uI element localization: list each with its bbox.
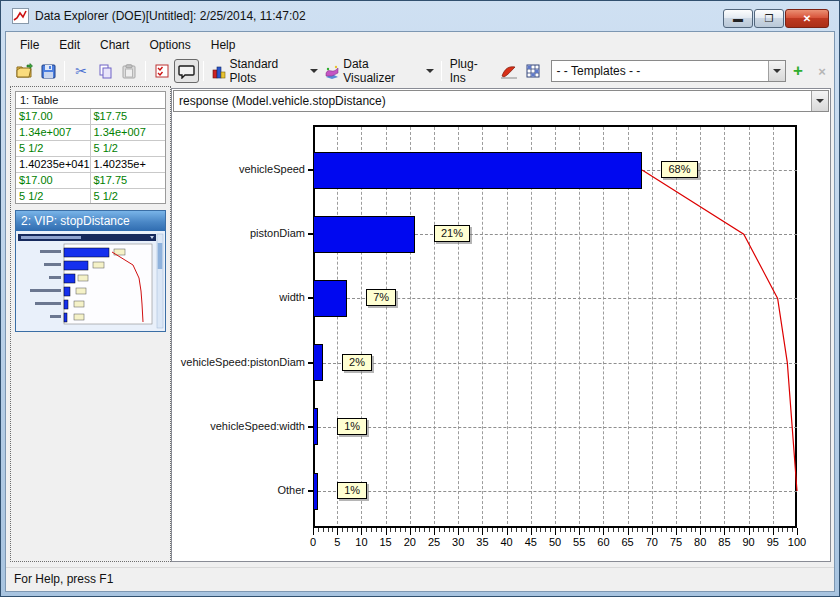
checklist-button[interactable] bbox=[150, 59, 174, 83]
annotation-button[interactable] bbox=[174, 59, 199, 83]
gridline bbox=[700, 127, 701, 524]
gridline bbox=[773, 127, 774, 524]
y-axis-tick bbox=[308, 297, 313, 299]
gridline bbox=[724, 127, 725, 524]
value-label: 2% bbox=[342, 354, 372, 371]
table-cell[interactable]: $17.00 bbox=[16, 173, 91, 188]
toolbar-separator bbox=[145, 61, 146, 81]
y-axis-tick bbox=[308, 362, 313, 364]
add-template-button[interactable]: + bbox=[786, 59, 810, 83]
table-cell[interactable]: 1.40235e+041 bbox=[16, 157, 91, 172]
table-cell[interactable]: 5 1/2 bbox=[16, 189, 91, 204]
vip-thumbnail[interactable] bbox=[16, 231, 165, 331]
minimize-button[interactable]: ▬ bbox=[723, 9, 753, 28]
table-row[interactable]: 5 1/25 1/2 bbox=[16, 189, 165, 204]
table-panel[interactable]: 1: Table $17.00$17.751.34e+0071.34e+0075… bbox=[15, 91, 166, 204]
speech-bubble-icon bbox=[178, 64, 195, 79]
open-folder-icon bbox=[16, 63, 33, 79]
table-row[interactable]: $17.00$17.75 bbox=[16, 173, 165, 189]
checklist-icon bbox=[155, 64, 169, 78]
category-label: vehicleSpeed:width bbox=[173, 420, 305, 432]
table-cell[interactable]: 5 1/2 bbox=[91, 189, 166, 204]
standard-plots-button[interactable]: Standard Plots bbox=[208, 59, 322, 83]
table-row[interactable]: 1.40235e+0411.40235e+ bbox=[16, 157, 165, 173]
menu-options[interactable]: Options bbox=[139, 35, 200, 55]
value-label: 7% bbox=[366, 289, 396, 306]
surface-plot-icon bbox=[324, 64, 340, 79]
window-title: Data Explorer (DOE)[Untitled]: 2/25/2014… bbox=[35, 9, 306, 23]
templates-value: - - Templates - - bbox=[552, 64, 768, 78]
close-button[interactable]: ✕ bbox=[785, 9, 829, 28]
cut-button[interactable]: ✂ bbox=[69, 59, 93, 83]
vip-panel-title: 2: VIP: stopDistance bbox=[16, 211, 165, 231]
bar bbox=[313, 152, 642, 189]
table-row[interactable]: 5 1/25 1/2 bbox=[16, 141, 165, 157]
table-row[interactable]: 1.34e+0071.34e+007 bbox=[16, 125, 165, 141]
bar bbox=[313, 344, 323, 381]
plugin-plot-button[interactable] bbox=[497, 59, 521, 83]
response-dropdown-arrow[interactable] bbox=[811, 91, 828, 111]
toolbar-separator bbox=[441, 61, 442, 81]
table-body: $17.00$17.751.34e+0071.34e+0075 1/25 1/2… bbox=[16, 109, 165, 204]
chevron-down-icon bbox=[426, 69, 434, 73]
menu-bar: FileEditChartOptionsHelp bbox=[6, 33, 834, 56]
table-cell[interactable]: 1.40235e+ bbox=[91, 157, 166, 172]
chevron-down-icon bbox=[310, 69, 318, 73]
toolbar: ✂ Standard Plots Data V bbox=[6, 56, 834, 86]
table-cell[interactable]: $17.75 bbox=[91, 109, 166, 124]
category-label: vehicleSpeed:pistonDiam bbox=[173, 356, 305, 368]
value-label: 68% bbox=[661, 161, 697, 178]
x-tick-label: 100 bbox=[782, 536, 812, 548]
table-cell[interactable]: 5 1/2 bbox=[16, 141, 91, 156]
table-cell[interactable]: $17.00 bbox=[16, 109, 91, 124]
delete-template-button[interactable]: × bbox=[810, 59, 834, 83]
plugin-matrix-button[interactable] bbox=[521, 59, 545, 83]
bar bbox=[313, 473, 318, 510]
app-window: Data Explorer (DOE)[Untitled]: 2/25/2014… bbox=[0, 0, 840, 597]
vip-panel[interactable]: 2: VIP: stopDistance bbox=[15, 210, 166, 332]
copy-button[interactable] bbox=[93, 59, 117, 83]
table-panel-title: 1: Table bbox=[16, 92, 165, 109]
menu-chart[interactable]: Chart bbox=[90, 35, 139, 55]
response-value: response (Model.vehicle.stopDistance) bbox=[174, 94, 811, 108]
plus-icon: + bbox=[793, 61, 803, 81]
delete-x-icon: × bbox=[818, 64, 826, 79]
menu-edit[interactable]: Edit bbox=[49, 35, 90, 55]
leader-line bbox=[318, 427, 797, 428]
templates-dropdown-arrow[interactable] bbox=[768, 61, 785, 81]
leader-line bbox=[318, 491, 797, 492]
table-row[interactable]: $17.00$17.75 bbox=[16, 109, 165, 125]
status-text: For Help, press F1 bbox=[6, 568, 834, 590]
y-axis-tick bbox=[308, 169, 313, 171]
gridline bbox=[749, 127, 750, 524]
data-visualizer-button[interactable]: Data Visualizer bbox=[321, 59, 436, 83]
save-button[interactable] bbox=[36, 59, 60, 83]
y-axis-tick bbox=[308, 490, 313, 492]
y-axis-tick bbox=[308, 426, 313, 428]
content-area: 1: Table $17.00$17.751.34e+0071.34e+0075… bbox=[6, 86, 834, 567]
response-combobox[interactable]: response (Model.vehicle.stopDistance) bbox=[173, 90, 829, 112]
value-label: 21% bbox=[434, 225, 470, 242]
leader-line bbox=[323, 363, 797, 364]
bar-chart-icon bbox=[211, 64, 227, 79]
menu-help[interactable]: Help bbox=[201, 35, 246, 55]
templates-combobox[interactable]: - - Templates - - bbox=[551, 60, 786, 82]
chart-panel: response (Model.vehicle.stopDistance) ve… bbox=[171, 88, 831, 562]
standard-plots-label: Standard Plots bbox=[230, 57, 306, 85]
table-cell[interactable]: $17.75 bbox=[91, 173, 166, 188]
maximize-button[interactable]: ❐ bbox=[754, 9, 784, 28]
data-visualizer-label: Data Visualizer bbox=[343, 57, 420, 85]
table-cell[interactable]: 1.34e+007 bbox=[91, 125, 166, 140]
y-axis-tick bbox=[308, 233, 313, 235]
title-bar[interactable]: Data Explorer (DOE)[Untitled]: 2/25/2014… bbox=[1, 1, 839, 31]
toolbar-separator bbox=[203, 61, 204, 81]
value-label: 1% bbox=[337, 418, 367, 435]
open-button[interactable] bbox=[12, 59, 36, 83]
paste-button[interactable] bbox=[117, 59, 141, 83]
leader-line bbox=[415, 234, 797, 235]
value-label: 1% bbox=[337, 482, 367, 499]
bar bbox=[313, 216, 415, 253]
menu-file[interactable]: File bbox=[10, 35, 49, 55]
table-cell[interactable]: 1.34e+007 bbox=[16, 125, 91, 140]
table-cell[interactable]: 5 1/2 bbox=[91, 141, 166, 156]
